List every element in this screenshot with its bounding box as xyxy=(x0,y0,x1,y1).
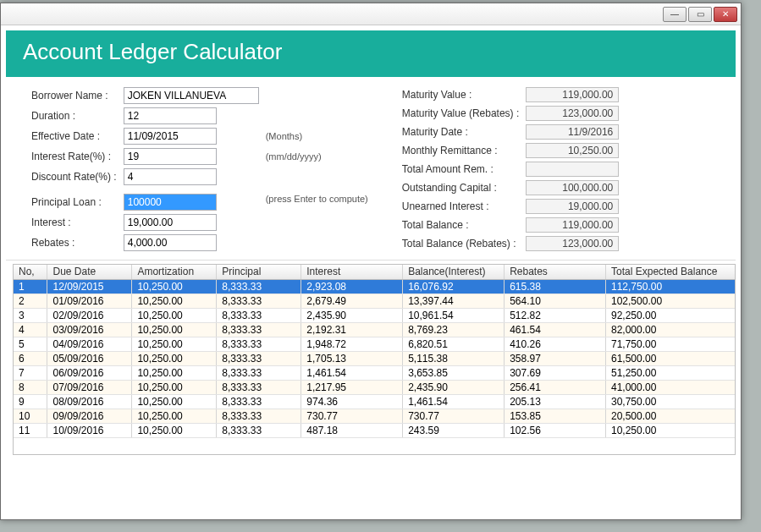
cell-prin[interactable]: 8,333.33 xyxy=(217,380,301,394)
cell-date[interactable]: 05/09/2016 xyxy=(47,351,132,365)
cell-no[interactable]: 6 xyxy=(14,351,47,365)
cell-tot[interactable]: 61,500.00 xyxy=(606,351,735,365)
cell-bal[interactable]: 6,820.51 xyxy=(403,337,505,351)
cell-reb[interactable]: 358.97 xyxy=(505,351,606,365)
cell-int[interactable]: 730.77 xyxy=(301,409,403,423)
cell-date[interactable]: 08/09/2016 xyxy=(47,394,132,409)
cell-amort[interactable]: 10,250.00 xyxy=(132,380,217,394)
cell-prin[interactable]: 8,333.33 xyxy=(217,423,301,437)
table-row[interactable]: 807/09/201610,250.008,333.331,217.952,43… xyxy=(14,380,735,394)
header-due-date[interactable]: Due Date xyxy=(47,265,132,279)
cell-bal[interactable]: 2,435.90 xyxy=(403,380,505,394)
cell-date[interactable]: 02/09/2016 xyxy=(47,308,132,322)
cell-amort[interactable]: 10,250.00 xyxy=(132,394,217,409)
cell-int[interactable]: 2,679.49 xyxy=(301,293,403,308)
cell-date[interactable]: 06/09/2016 xyxy=(47,365,132,380)
window-titlebar[interactable]: — ▭ ✕ xyxy=(1,3,741,25)
cell-bal[interactable]: 8,769.23 xyxy=(403,322,505,337)
table-row[interactable]: 1110/09/201610,250.008,333.33487.18243.5… xyxy=(14,423,735,437)
header-interest[interactable]: Interest xyxy=(301,265,403,279)
cell-no[interactable]: 8 xyxy=(14,380,47,394)
cell-int[interactable]: 2,435.90 xyxy=(301,308,403,322)
cell-no[interactable]: 9 xyxy=(14,394,47,409)
cell-int[interactable]: 1,217.95 xyxy=(301,380,403,394)
cell-bal[interactable]: 5,115.38 xyxy=(403,351,505,365)
cell-prin[interactable]: 8,333.33 xyxy=(217,409,301,423)
discount-rate-input[interactable] xyxy=(124,168,217,185)
cell-amort[interactable]: 10,250.00 xyxy=(132,279,217,293)
cell-int[interactable]: 1,948.72 xyxy=(301,337,403,351)
cell-amort[interactable]: 10,250.00 xyxy=(132,322,217,337)
cell-date[interactable]: 04/09/2016 xyxy=(47,337,132,351)
cell-tot[interactable]: 71,750.00 xyxy=(606,337,735,351)
cell-tot[interactable]: 112,750.00 xyxy=(606,279,735,293)
cell-amort[interactable]: 10,250.00 xyxy=(132,351,217,365)
cell-bal[interactable]: 16,076.92 xyxy=(403,279,505,293)
cell-int[interactable]: 2,192.31 xyxy=(301,322,403,337)
header-principal[interactable]: Principal xyxy=(217,265,301,279)
grid-scroll-area[interactable]: No, Due Date Amortization Principal Inte… xyxy=(14,265,735,454)
table-row[interactable]: 1009/09/201610,250.008,333.33730.77730.7… xyxy=(14,409,735,423)
cell-tot[interactable]: 102,500.00 xyxy=(606,293,735,308)
minimize-button[interactable]: — xyxy=(663,7,687,22)
cell-date[interactable]: 12/09/2015 xyxy=(47,279,132,293)
header-total-expected[interactable]: Total Expected Balance xyxy=(606,265,735,279)
cell-amort[interactable]: 10,250.00 xyxy=(132,293,217,308)
cell-amort[interactable]: 10,250.00 xyxy=(132,365,217,380)
cell-int[interactable]: 1,705.13 xyxy=(301,351,403,365)
cell-reb[interactable]: 307.69 xyxy=(505,365,606,380)
ledger-grid[interactable]: No, Due Date Amortization Principal Inte… xyxy=(13,264,736,455)
principal-input[interactable] xyxy=(124,194,217,211)
cell-date[interactable]: 10/09/2016 xyxy=(47,423,132,437)
table-row[interactable]: 403/09/201610,250.008,333.332,192.318,76… xyxy=(14,322,735,337)
cell-reb[interactable]: 512.82 xyxy=(505,308,606,322)
header-no[interactable]: No, xyxy=(14,265,47,279)
interest-rate-input[interactable] xyxy=(124,148,217,165)
table-row[interactable]: 908/09/201610,250.008,333.33974.361,461.… xyxy=(14,394,735,409)
cell-no[interactable]: 11 xyxy=(14,423,47,437)
cell-reb[interactable]: 615.38 xyxy=(505,279,606,293)
borrower-input[interactable] xyxy=(124,87,259,104)
cell-int[interactable]: 487.18 xyxy=(301,423,403,437)
cell-int[interactable]: 1,461.54 xyxy=(301,365,403,380)
cell-tot[interactable]: 20,500.00 xyxy=(606,409,735,423)
duration-input[interactable] xyxy=(124,107,217,124)
effective-date-input[interactable] xyxy=(124,128,217,145)
interest-output[interactable] xyxy=(124,214,217,231)
cell-bal[interactable]: 10,961.54 xyxy=(403,308,505,322)
cell-prin[interactable]: 8,333.33 xyxy=(217,322,301,337)
cell-reb[interactable]: 410.26 xyxy=(505,337,606,351)
cell-reb[interactable]: 256.41 xyxy=(505,380,606,394)
cell-date[interactable]: 01/09/2016 xyxy=(47,293,132,308)
cell-tot[interactable]: 51,250.00 xyxy=(606,365,735,380)
cell-int[interactable]: 2,923.08 xyxy=(301,279,403,293)
cell-bal[interactable]: 13,397.44 xyxy=(403,293,505,308)
close-button[interactable]: ✕ xyxy=(714,7,737,22)
cell-amort[interactable]: 10,250.00 xyxy=(132,308,217,322)
table-row[interactable]: 112/09/201510,250.008,333.332,923.0816,0… xyxy=(14,279,735,293)
cell-no[interactable]: 4 xyxy=(14,322,47,337)
table-header-row[interactable]: No, Due Date Amortization Principal Inte… xyxy=(14,265,735,279)
cell-bal[interactable]: 730.77 xyxy=(403,409,505,423)
header-amortization[interactable]: Amortization xyxy=(132,265,217,279)
cell-date[interactable]: 07/09/2016 xyxy=(47,380,132,394)
cell-prin[interactable]: 8,333.33 xyxy=(217,337,301,351)
cell-amort[interactable]: 10,250.00 xyxy=(132,409,217,423)
cell-prin[interactable]: 8,333.33 xyxy=(217,293,301,308)
cell-date[interactable]: 03/09/2016 xyxy=(47,322,132,337)
table-row[interactable]: 302/09/201610,250.008,333.332,435.9010,9… xyxy=(14,308,735,322)
cell-reb[interactable]: 564.10 xyxy=(505,293,606,308)
cell-no[interactable]: 5 xyxy=(14,337,47,351)
maximize-button[interactable]: ▭ xyxy=(688,7,712,22)
cell-prin[interactable]: 8,333.33 xyxy=(217,308,301,322)
table-row[interactable]: 706/09/201610,250.008,333.331,461.543,65… xyxy=(14,365,735,380)
table-row[interactable]: 605/09/201610,250.008,333.331,705.135,11… xyxy=(14,351,735,365)
cell-amort[interactable]: 10,250.00 xyxy=(132,337,217,351)
cell-bal[interactable]: 243.59 xyxy=(403,423,505,437)
cell-reb[interactable]: 205.13 xyxy=(505,394,606,409)
cell-prin[interactable]: 8,333.33 xyxy=(217,365,301,380)
header-balance-interest[interactable]: Balance(Interest) xyxy=(403,265,505,279)
cell-reb[interactable]: 461.54 xyxy=(505,322,606,337)
cell-tot[interactable]: 10,250.00 xyxy=(606,423,735,437)
cell-reb[interactable]: 153.85 xyxy=(505,409,606,423)
